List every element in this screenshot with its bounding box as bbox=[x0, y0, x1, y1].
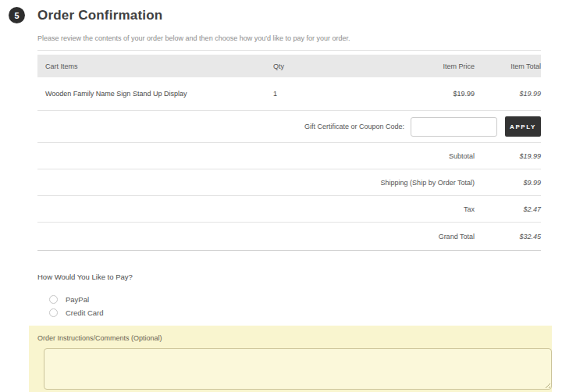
total-row-subtotal: Subtotal $19.99 bbox=[37, 143, 541, 169]
order-summary-table: Cart Items Qty Item Price Item Total Woo… bbox=[37, 50, 541, 251]
grand-total-label: Grand Total bbox=[37, 233, 475, 241]
payment-options: PayPal Credit Card bbox=[49, 293, 562, 319]
shipping-value: $9.99 bbox=[475, 179, 541, 187]
grand-total-value: $32.45 bbox=[475, 233, 541, 241]
step-header: 5 Order Confirmation bbox=[0, 0, 562, 23]
order-comments-label: Order Instructions/Comments (Optional) bbox=[37, 334, 552, 342]
column-header-qty: Qty bbox=[273, 62, 351, 70]
payment-option-paypal[interactable]: PayPal bbox=[49, 293, 562, 306]
subtotal-value: $19.99 bbox=[475, 152, 541, 160]
step-number: 5 bbox=[14, 11, 19, 20]
cart-item-row: Wooden Family Name Sign Stand Up Display… bbox=[37, 77, 541, 110]
paypal-label: PayPal bbox=[66, 295, 89, 304]
paypal-radio-icon[interactable] bbox=[49, 295, 58, 304]
total-row-grand-total: Grand Total $32.45 bbox=[37, 223, 541, 250]
order-comments-textarea[interactable] bbox=[44, 348, 552, 390]
column-header-item-total: Item Total bbox=[475, 62, 541, 70]
coupon-label: Gift Certificate or Coupon Code: bbox=[304, 123, 404, 130]
cart-item-total: $19.99 bbox=[475, 90, 541, 98]
cart-item-name: Wooden Family Name Sign Stand Up Display bbox=[37, 90, 273, 98]
cart-item-price: $19.99 bbox=[351, 90, 475, 98]
tax-value: $2.47 bbox=[475, 205, 541, 213]
order-comments-section: Order Instructions/Comments (Optional) bbox=[29, 326, 552, 392]
divider bbox=[37, 250, 541, 251]
cart-item-qty: 1 bbox=[273, 90, 351, 98]
shipping-label: Shipping (Ship by Order Total) bbox=[37, 179, 475, 187]
total-row-shipping: Shipping (Ship by Order Total) $9.99 bbox=[37, 169, 541, 195]
page-subtitle: Please review the contents of your order… bbox=[37, 34, 562, 42]
page-title: Order Confirmation bbox=[37, 8, 162, 23]
order-confirmation-page: 5 Order Confirmation Please review the c… bbox=[0, 0, 562, 392]
coupon-row: Gift Certificate or Coupon Code: APPLY bbox=[37, 111, 541, 142]
table-header-row: Cart Items Qty Item Price Item Total bbox=[37, 55, 541, 77]
apply-coupon-button[interactable]: APPLY bbox=[505, 116, 541, 137]
divider bbox=[37, 50, 541, 51]
step-number-badge: 5 bbox=[9, 7, 25, 23]
coupon-code-input[interactable] bbox=[411, 117, 497, 137]
order-comments-field-wrap bbox=[37, 348, 552, 390]
tax-label: Tax bbox=[37, 205, 475, 213]
credit-card-radio-icon[interactable] bbox=[49, 308, 58, 317]
column-header-item-price: Item Price bbox=[351, 62, 475, 70]
payment-option-credit-card[interactable]: Credit Card bbox=[49, 306, 562, 319]
payment-question: How Would You Like to Pay? bbox=[37, 273, 562, 281]
subtotal-label: Subtotal bbox=[37, 152, 475, 160]
column-header-cart-items: Cart Items bbox=[37, 62, 273, 70]
credit-card-label: Credit Card bbox=[66, 308, 104, 317]
total-row-tax: Tax $2.47 bbox=[37, 196, 541, 222]
